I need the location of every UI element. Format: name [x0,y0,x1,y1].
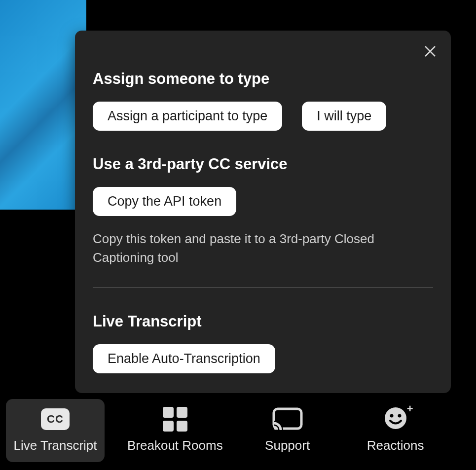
live-transcript-toolbar-button[interactable]: CC Live Transcript [6,399,105,462]
svg-point-6 [398,414,401,417]
assign-button-row: Assign a participant to type I will type [93,102,433,131]
live-transcript-section-title: Live Transcript [93,313,433,330]
cc-icon: CC [41,408,70,430]
assign-participant-button[interactable]: Assign a participant to type [93,102,282,131]
i-will-type-button[interactable]: I will type [302,102,386,131]
close-icon [424,45,437,58]
reactions-label: Reactions [367,438,424,453]
close-button[interactable] [420,41,440,61]
copy-token-help-text: Copy this token and paste it to a 3rd-pa… [93,230,433,267]
screen-cast-icon [272,407,303,431]
svg-point-4 [385,407,406,429]
breakout-rooms-toolbar-button[interactable]: Breakout Rooms [121,399,229,462]
assign-section-title: Assign someone to type [93,70,433,88]
third-party-section-title: Use a 3rd-party CC service [93,155,433,173]
enable-auto-transcription-button[interactable]: Enable Auto-Transcription [93,344,275,373]
breakout-rooms-label: Breakout Rooms [127,438,223,453]
live-transcript-label: Live Transcript [13,438,97,453]
support-label: Support [265,438,310,453]
meeting-toolbar: CC Live Transcript Breakout Rooms Suppor… [0,391,476,470]
copy-api-token-button[interactable]: Copy the API token [93,187,236,216]
support-toolbar-button[interactable]: Support [246,399,330,462]
video-background [0,0,86,210]
live-transcript-popup: Assign someone to type Assign a particip… [75,31,451,393]
svg-point-5 [390,414,393,417]
smiley-icon [384,406,407,430]
section-divider [93,288,433,288]
plus-icon: + [407,403,413,414]
svg-point-3 [274,426,277,430]
grid-icon [163,407,187,432]
reactions-toolbar-button[interactable]: + Reactions [346,399,445,462]
